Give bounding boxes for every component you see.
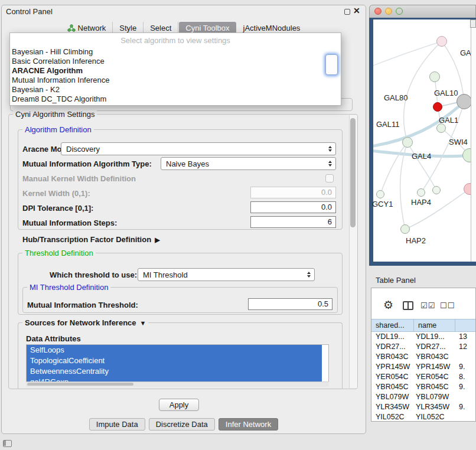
combo-updown-icon (328, 146, 332, 152)
which-threshold-combo[interactable]: MI Threshold (138, 268, 315, 281)
mi-type-label: Mutual Information Algorithm Type: (22, 159, 152, 168)
attribute-item-selfloops[interactable]: SelfLoops (27, 345, 322, 356)
expanded-arrow-icon[interactable]: ▼ (140, 319, 146, 327)
cell: 9. (455, 403, 475, 413)
column-header-partial[interactable] (455, 319, 475, 331)
cell: YDL19... (414, 332, 455, 343)
attribute-item-betweennesscentrality[interactable]: BetweennessCentrality (27, 366, 322, 377)
table-row[interactable]: YLR345WYLR345W9. (371, 403, 475, 413)
tab-discretize-data[interactable]: Discretize Data (149, 418, 215, 431)
network-node-gal4[interactable] (402, 137, 413, 148)
tab-cyni-toolbox-label: Cyni Toolbox (185, 24, 229, 32)
close-icon[interactable]: ✕ (353, 6, 360, 15)
aracne-mode-combo[interactable]: Discovery (61, 142, 336, 155)
cell: YPR145W (371, 363, 414, 373)
node-label-gal10: GAL10 (434, 89, 458, 97)
tab-network-label: Network (78, 24, 106, 32)
hub-section-label: Hub/Transcription Factor Definition (22, 235, 151, 244)
tab-impute-data[interactable]: Impute Data (89, 418, 145, 431)
cell (455, 393, 475, 403)
network-icon (67, 24, 76, 32)
combo-updown-icon (328, 161, 332, 167)
combo-updown-icon (307, 272, 311, 278)
table-panel-title: Table Panel (376, 276, 416, 285)
network-node-hap4[interactable] (417, 188, 425, 197)
data-attributes-label: Data Attributes (26, 334, 81, 343)
network-node-pink-top[interactable] (436, 36, 447, 47)
dropdown-prompt: Select algorithm to view settings (10, 34, 341, 47)
gear-icon[interactable]: ⚙ (383, 298, 393, 312)
mi-steps-label: Mutual Information Steps: (22, 219, 117, 227)
threshold-definition-title: Threshold Definition (22, 249, 96, 257)
manual-kernel-checkbox[interactable] (325, 174, 334, 182)
network-vscrollbar-track[interactable] (471, 19, 476, 262)
zoom-traffic-light[interactable] (396, 8, 403, 15)
table-row[interactable]: YBR045CYBR045C9. (371, 383, 475, 393)
cell: 8. (455, 373, 475, 383)
node-label-gal11: GAL11 (376, 120, 400, 129)
attributes-hscrollbar-thumb[interactable] (27, 383, 133, 386)
select-all-checkboxes-icon[interactable]: ☑☑ (420, 301, 435, 310)
collapsed-arrow-icon[interactable]: ▶ (155, 236, 159, 243)
attribute-item-topologicalcoefficient[interactable]: TopologicalCoefficient (27, 356, 322, 366)
table-row[interactable]: YDR27...YDR27...12 (371, 343, 475, 353)
dropdown-item-dream8[interactable]: Dream8 DC_TDC Algorithm (10, 94, 341, 104)
settings-scrollbar-thumb[interactable] (350, 118, 356, 227)
cell: YDR27... (414, 343, 455, 353)
cell: 9. (455, 363, 475, 373)
minimize-traffic-light[interactable] (385, 8, 392, 15)
apply-button[interactable]: Apply (159, 399, 199, 411)
control-panel-title: Control Panel (6, 7, 53, 16)
dropdown-item-aracne[interactable]: ARACNE Algorithm (10, 66, 341, 76)
settings-group-title: Cyni Algorithm Settings (13, 110, 97, 119)
node-label-hap4: HAP4 (411, 198, 431, 207)
network-node-gal10-red[interactable] (433, 102, 442, 112)
tab-infer-network[interactable]: Infer Network (219, 418, 278, 431)
node-label-gal4: GAL4 (412, 152, 431, 161)
column-header-shared-name[interactable]: shared... (371, 319, 414, 331)
table-row[interactable]: YBL079WYBL079W (371, 393, 475, 403)
network-vscrollbar-button[interactable] (470, 19, 476, 28)
manual-kernel-label: Manual Kernel Width Definition (22, 174, 136, 183)
node-label-gal80: GAL80 (384, 93, 407, 102)
node-label-gcy1: GCY1 (372, 200, 393, 208)
network-node-hap2[interactable] (400, 224, 410, 234)
cell: YPR145W (414, 363, 455, 373)
mi-threshold-field[interactable]: 0.5 (248, 298, 332, 310)
float-window-icon[interactable] (344, 9, 350, 15)
kernel-width-field[interactable]: 0.0 (250, 187, 336, 198)
mi-threshold-label: Mutual Information Threshold: (27, 301, 138, 309)
node-label-swi4: SWI4 (449, 138, 468, 146)
table-row[interactable]: YPR145WYPR145W9. (371, 363, 475, 373)
mi-type-combo[interactable]: Naive Bayes (161, 157, 336, 170)
cell: YER054C (414, 373, 455, 383)
mi-steps-field[interactable]: 6 (250, 216, 336, 228)
dpi-tolerance-label: DPI Tolerance [0,1]: (22, 204, 93, 213)
dpi-tolerance-field[interactable]: 0.0 (250, 201, 336, 213)
dropdown-item-mutual-information[interactable]: Mutual Information Inference (10, 76, 341, 85)
table-row[interactable]: YBR043CYBR043C (371, 353, 475, 363)
column-header-name[interactable]: name (414, 319, 455, 331)
cell: 12 (455, 343, 475, 353)
focused-spinner-button[interactable] (325, 54, 338, 75)
close-traffic-light[interactable] (374, 8, 382, 15)
hub-section-toggle[interactable]: Hub/Transcription Factor Definition▶ (22, 235, 160, 244)
table-row[interactable]: YIL052CYIL052C (371, 413, 475, 421)
cell: YER054C (371, 373, 414, 383)
data-attributes-list: SelfLoops TopologicalCoefficient Between… (26, 344, 329, 386)
dropdown-item-bayesian-k2[interactable]: Bayesian - K2 (10, 85, 341, 94)
dropdown-item-bayesian-hill-climbing[interactable]: Bayesian - Hill Climbing (10, 47, 341, 57)
columns-icon[interactable] (403, 301, 413, 310)
network-node-green-upper[interactable] (429, 71, 440, 82)
sources-toggle[interactable]: Sources for Network Inference▼ (22, 318, 148, 327)
dropdown-item-basic-correlation[interactable]: Basic Correlation Inference (10, 57, 341, 66)
panel-dock-icon[interactable] (3, 440, 12, 447)
table-row[interactable]: YDL19...YDL19...13 (371, 332, 475, 343)
deselect-all-checkboxes-icon[interactable]: ☐☐ (440, 301, 455, 310)
network-node-gcy1[interactable] (376, 190, 384, 198)
mi-type-value: Naive Bayes (166, 159, 209, 168)
network-node-gal1[interactable] (436, 123, 446, 133)
network-node-small-mid[interactable] (432, 186, 441, 194)
table-row[interactable]: YER054CYER054C8. (371, 373, 475, 383)
network-node-large-gray[interactable] (457, 94, 472, 109)
